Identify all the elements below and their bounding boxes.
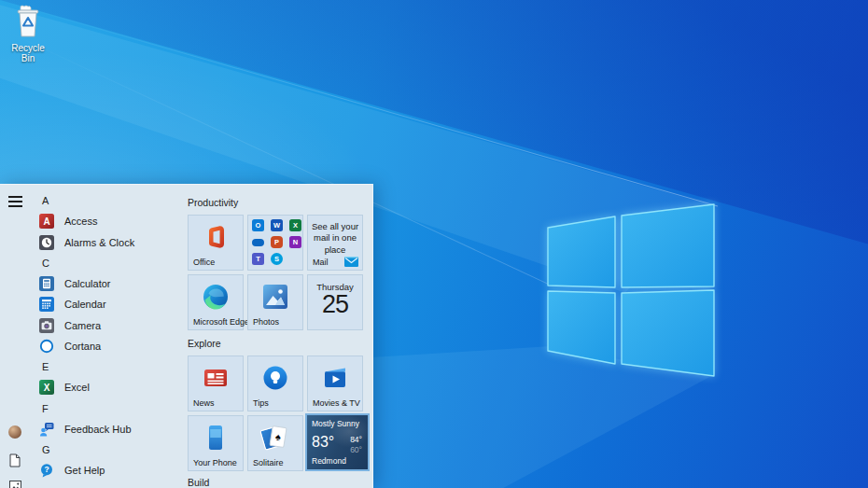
- app-list-item-get-help[interactable]: ? Get Help: [31, 460, 180, 481]
- tile-group-header-build[interactable]: Build: [188, 477, 209, 488]
- tile-calendar[interactable]: Thursday 25: [307, 274, 363, 330]
- app-list-section-f[interactable]: F: [31, 398, 180, 419]
- section-letter: E: [42, 361, 49, 372]
- your-phone-icon: [209, 425, 222, 450]
- app-list-item-camera[interactable]: Camera: [31, 315, 180, 336]
- excel-mini-icon: X: [289, 219, 301, 231]
- get-help-icon: ?: [39, 463, 54, 478]
- excel-icon: X: [39, 380, 54, 395]
- expand-menu-button[interactable]: [6, 192, 24, 211]
- start-menu: A A Access Alarms & Clock C: [0, 184, 373, 488]
- app-list-item-access[interactable]: A Access: [31, 211, 180, 231]
- alarms-clock-icon: [39, 235, 54, 250]
- skype-icon: S: [271, 253, 283, 265]
- app-label: Cortana: [64, 341, 101, 352]
- app-label: Feedback Hub: [64, 424, 132, 435]
- app-label: Get Help: [64, 465, 105, 476]
- app-list-item-alarms-clock[interactable]: Alarms & Clock: [31, 232, 180, 253]
- tile-tips[interactable]: Tips: [247, 356, 303, 411]
- onedrive-icon: [252, 239, 264, 246]
- tile-news[interactable]: News: [188, 356, 244, 411]
- news-icon: [203, 366, 228, 390]
- word-icon: W: [271, 219, 283, 231]
- tile-label: Mail: [313, 258, 329, 267]
- hamburger-icon: [8, 196, 22, 207]
- app-list-item-calendar[interactable]: Calendar: [31, 294, 180, 314]
- pictures-icon: [9, 481, 21, 488]
- calendar-icon: [39, 297, 54, 312]
- app-list-section-e[interactable]: E: [31, 356, 180, 377]
- user-avatar-icon: [8, 425, 21, 439]
- tile-label: Tips: [253, 398, 269, 408]
- app-label: Calendar: [64, 299, 106, 310]
- pictures-button[interactable]: [6, 477, 24, 488]
- tile-area: Productivity Office O W X P N T S: [182, 185, 373, 488]
- tile-your-phone[interactable]: Your Phone: [188, 415, 244, 471]
- photos-icon: [263, 285, 287, 309]
- recycle-bin-label: Recycle Bin: [4, 43, 52, 63]
- feedback-hub-icon: [39, 422, 54, 437]
- app-label: Camera: [64, 320, 101, 331]
- app-label: Alarms & Clock: [64, 237, 134, 248]
- tile-label: Solitaire: [253, 458, 284, 467]
- access-icon: A: [39, 214, 54, 229]
- tile-weather[interactable]: Mostly Sunny 83° 84° 60° Redmond: [305, 413, 370, 471]
- weather-high-temp: 84°: [350, 435, 362, 444]
- weather-current-temp: 83°: [312, 434, 334, 451]
- tile-group-header-productivity[interactable]: Productivity: [188, 197, 238, 208]
- app-list: A A Access Alarms & Clock C: [31, 185, 180, 488]
- tile-solitaire[interactable]: ♠ Solitaire: [247, 415, 303, 471]
- outlook-icon: O: [252, 219, 264, 231]
- teams-icon: T: [252, 253, 264, 265]
- app-list-item-excel[interactable]: X Excel: [31, 377, 180, 397]
- app-list-section-a[interactable]: A: [31, 190, 180, 211]
- app-label: Excel: [64, 382, 90, 393]
- windows-logo: [537, 196, 723, 383]
- recycle-bin-icon: [15, 5, 41, 38]
- onenote-icon: N: [289, 236, 301, 248]
- tile-group-header-explore[interactable]: Explore: [188, 338, 221, 349]
- calendar-date: 25: [307, 290, 363, 319]
- app-list-item-calculator[interactable]: Calculator: [31, 273, 180, 294]
- movies-tv-icon: [323, 366, 347, 390]
- user-account-button[interactable]: [6, 423, 24, 441]
- app-list-item-feedback-hub[interactable]: Feedback Hub: [31, 419, 180, 439]
- office-apps-folder-grid: O W X P N T S: [252, 219, 301, 265]
- weather-low-temp: 60°: [350, 445, 362, 454]
- svg-text:X: X: [44, 383, 50, 393]
- mail-tile-message: See all your mail in one place: [310, 221, 360, 256]
- solitaire-icon: ♠: [261, 426, 289, 449]
- app-list-section-c[interactable]: C: [31, 253, 180, 273]
- tile-label: News: [193, 398, 215, 408]
- tile-office-apps-folder[interactable]: O W X P N T S: [247, 215, 303, 271]
- svg-text:?: ?: [44, 465, 49, 474]
- recycle-bin-desktop-icon[interactable]: Recycle Bin: [4, 5, 52, 63]
- tile-label: Office: [193, 258, 215, 267]
- start-menu-rail: [0, 185, 31, 488]
- tile-label: Photos: [253, 317, 279, 327]
- desktop: Recycle Bin: [0, 0, 868, 488]
- section-letter: F: [42, 403, 49, 414]
- tile-mail[interactable]: See all your mail in one place Mail: [307, 215, 363, 271]
- app-list-section-g[interactable]: G: [31, 439, 180, 460]
- section-letter: A: [42, 195, 49, 206]
- documents-button[interactable]: [6, 451, 24, 469]
- svg-text:A: A: [43, 216, 49, 227]
- tile-photos[interactable]: Photos: [247, 274, 303, 330]
- cortana-icon: [39, 339, 54, 354]
- weather-condition: Mostly Sunny: [312, 419, 359, 428]
- app-label: Access: [64, 216, 97, 227]
- tile-microsoft-edge[interactable]: Microsoft Edge: [188, 274, 244, 330]
- tile-office[interactable]: Office: [188, 215, 244, 271]
- weather-location: Redmond: [312, 456, 346, 466]
- app-label: Calculator: [64, 278, 111, 289]
- tile-movies-tv[interactable]: Movies & TV: [307, 356, 363, 411]
- tile-label: Your Phone: [193, 458, 237, 467]
- documents-icon: [9, 453, 21, 467]
- camera-icon: [39, 318, 54, 333]
- office-icon: [203, 225, 228, 249]
- app-list-item-cortana[interactable]: Cortana: [31, 336, 180, 356]
- calculator-icon: [39, 276, 54, 291]
- tile-label: Microsoft Edge: [193, 317, 249, 327]
- powerpoint-icon: P: [271, 236, 283, 248]
